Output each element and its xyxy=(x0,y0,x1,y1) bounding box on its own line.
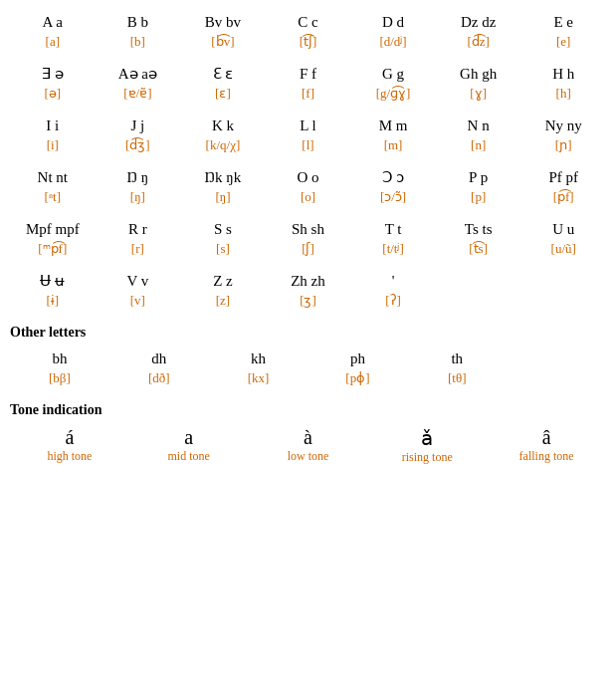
alphabet-cell: '[ʔ] xyxy=(350,267,436,319)
tone-label: low tone xyxy=(288,449,329,465)
other-letter-cell: th[tθ] xyxy=(407,345,507,396)
letter-label: V v xyxy=(126,271,148,292)
tone-cell: amid tone xyxy=(129,422,249,470)
ipa-label: [r] xyxy=(131,240,144,258)
ipa-label: [t/tʲ] xyxy=(382,240,404,258)
alphabet-cell: Ɛ ɛ[ɛ] xyxy=(180,60,266,112)
alphabet-cell: Ŋk ŋk[ŋ] xyxy=(180,163,266,215)
ipa-label: [ʃ] xyxy=(302,240,314,258)
letter-label: N n xyxy=(468,116,490,136)
other-ipa-label: [kx] xyxy=(248,369,270,387)
other-letter-cell: bh[bβ] xyxy=(10,345,109,396)
letter-label: Pf pf xyxy=(548,167,578,188)
other-letters-title: Other letters xyxy=(10,325,606,341)
ipa-label: [ʒ] xyxy=(300,292,316,310)
ipa-label: [ɐ/ɐ̃] xyxy=(123,85,151,103)
letter-label: S s xyxy=(214,219,232,240)
tone-letter: ǎ xyxy=(421,426,433,450)
letter-label: Mpf mpf xyxy=(26,219,80,240)
ipa-label: [ⁿt] xyxy=(45,188,61,206)
alphabet-cell: Nt nt[ⁿt] xyxy=(10,163,96,215)
ipa-label: [ɲ] xyxy=(555,136,572,154)
alphabet-cell: Dz dz[d͡z] xyxy=(436,8,521,60)
alphabet-cell: Ŋ ŋ[ŋ] xyxy=(96,163,181,215)
alphabet-cell: H h[h] xyxy=(520,60,606,112)
letter-label: Dz dz xyxy=(461,12,496,33)
ipa-label: [a] xyxy=(46,33,60,51)
ipa-label: [ʔ] xyxy=(385,292,401,310)
letter-label: B b xyxy=(127,12,148,33)
other-letter-label: th xyxy=(451,349,463,369)
alphabet-cell xyxy=(520,267,606,319)
letter-label: Ɔ ɔ xyxy=(382,167,405,188)
letter-label: Sh sh xyxy=(292,219,324,240)
ipa-label: [b] xyxy=(130,33,145,51)
ipa-label: [f] xyxy=(302,85,314,103)
ipa-label: [d/dʲ] xyxy=(379,33,406,51)
letter-label: Ŋk ŋk xyxy=(205,167,242,188)
letter-label: Z z xyxy=(213,271,233,292)
other-letter-cell: kh[kx] xyxy=(209,345,308,396)
alphabet-cell: Ts ts[t͡s] xyxy=(436,215,521,267)
alphabet-cell: Ʉ ʉ[ɨ] xyxy=(10,267,96,319)
ipa-label: [ɣ] xyxy=(470,85,487,103)
tone-label: rising tone xyxy=(402,450,453,466)
letter-label: P p xyxy=(469,167,488,188)
ipa-label: [p] xyxy=(471,188,486,206)
letter-label: A a xyxy=(43,12,63,33)
alphabet-cell: D d[d/dʲ] xyxy=(350,8,436,60)
ipa-label: [e] xyxy=(556,33,570,51)
letter-label: I i xyxy=(46,116,59,136)
alphabet-section: A a[a]B b[b]Bv bv[b͡v]C c[t͡ʃ]D d[d/dʲ]D… xyxy=(10,8,606,319)
other-letters-grid: bh[bβ]dh[dð]kh[kx]ph[pɸ]th[tθ] xyxy=(10,345,606,396)
tone-label: high tone xyxy=(47,449,92,465)
alphabet-cell: Ǝ ə[ə] xyxy=(10,60,96,112)
ipa-label: [ɨ] xyxy=(46,292,59,310)
alphabet-cell: E e[e] xyxy=(520,8,606,60)
alphabet-cell: Z z[z] xyxy=(180,267,266,319)
letter-label: Ny ny xyxy=(545,116,582,136)
letter-label: Ŋ ŋ xyxy=(127,167,149,188)
tone-letter: a xyxy=(184,426,193,449)
other-ipa-label: [tθ] xyxy=(448,369,467,387)
letter-label: Bv bv xyxy=(205,12,241,33)
tone-cell: áhigh tone xyxy=(10,422,129,470)
letter-label: U u xyxy=(552,219,574,240)
ipa-label: [ɛ] xyxy=(215,85,231,103)
letter-label: G g xyxy=(382,64,404,85)
letter-label: T t xyxy=(385,219,402,240)
alphabet-cell: Mpf mpf[ᵐp͡f] xyxy=(10,215,96,267)
ipa-label: [h] xyxy=(556,85,571,103)
letter-label: E e xyxy=(553,12,573,33)
alphabet-cell: U u[u/ũ] xyxy=(520,215,606,267)
other-ipa-label: [bβ] xyxy=(49,369,71,387)
other-letter-cell: dh[dð] xyxy=(109,345,209,396)
ipa-label: [n] xyxy=(471,136,486,154)
ipa-label: [i] xyxy=(47,136,59,154)
alphabet-cell: Pf pf[p͡f] xyxy=(520,163,606,215)
tone-cell: àlow tone xyxy=(249,422,368,470)
alphabet-cell: J j[d͡ʒ] xyxy=(96,112,181,163)
alphabet-cell: M m[m] xyxy=(350,112,436,163)
letter-label: J j xyxy=(130,116,144,136)
tone-label: mid tone xyxy=(168,449,210,465)
tone-letter: á xyxy=(65,426,74,449)
tone-title: Tone indication xyxy=(10,402,606,418)
letter-label: K k xyxy=(212,116,234,136)
letter-label: Ʉ ʉ xyxy=(40,271,65,292)
tone-letter: â xyxy=(542,426,551,449)
alphabet-cell: Ny ny[ɲ] xyxy=(520,112,606,163)
letter-label: O o xyxy=(297,167,318,188)
alphabet-cell: K k[k/q/χ] xyxy=(180,112,266,163)
ipa-label: [ə] xyxy=(44,85,61,103)
other-ipa-label: [dð] xyxy=(148,369,170,387)
other-letter-label: dh xyxy=(151,349,166,369)
ipa-label: [m] xyxy=(384,136,403,154)
tone-cell: ǎrising tone xyxy=(367,422,487,470)
ipa-label: [ɔ/ɔ̃] xyxy=(380,188,406,206)
ipa-label: [k/q/χ] xyxy=(206,136,241,154)
alphabet-cell xyxy=(436,267,521,319)
letter-label: R r xyxy=(128,219,147,240)
alphabet-cell: I i[i] xyxy=(10,112,96,163)
ipa-label: [p͡f] xyxy=(553,188,574,206)
